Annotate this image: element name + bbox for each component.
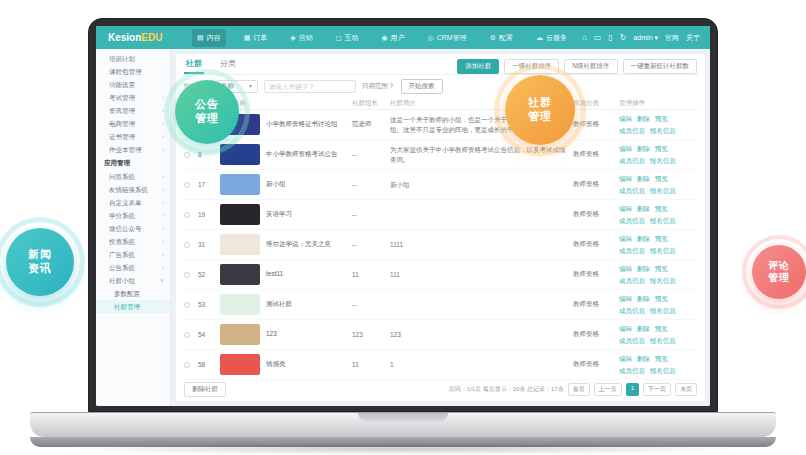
sidebar-group[interactable]: 投票系统 › xyxy=(96,235,170,248)
sidebar-group[interactable]: 考试管理 › xyxy=(96,91,170,104)
member-info-link[interactable]: 成员信息 xyxy=(619,307,645,314)
row-checkbox[interactable] xyxy=(184,242,198,248)
edit-link[interactable]: 编辑 xyxy=(619,325,632,332)
signup-info-link[interactable]: 报名信息 xyxy=(650,217,676,224)
delete-link[interactable]: 删除 xyxy=(637,235,650,242)
row-checkbox[interactable] xyxy=(184,182,198,188)
delete-link[interactable]: 删除 xyxy=(637,295,650,302)
signup-info-link[interactable]: 报名信息 xyxy=(650,127,676,134)
add-community-button[interactable]: 添加社群 xyxy=(457,59,499,74)
topnav-item[interactable]: ⚙ 配置 xyxy=(485,29,518,47)
topnav-item[interactable]: ◻ 互动 xyxy=(331,29,364,47)
sidebar-group[interactable]: 作业本管理 › xyxy=(96,143,170,156)
sidebar-group[interactable]: 公告系统 › xyxy=(96,261,170,274)
edit-link[interactable]: 编辑 xyxy=(619,175,632,182)
tab[interactable]: 分类 xyxy=(218,58,238,74)
edit-link[interactable]: 编辑 xyxy=(619,355,632,362)
topbar-icon[interactable]: ⌂ xyxy=(582,33,587,42)
row-checkbox[interactable] xyxy=(184,302,198,308)
topnav-item[interactable]: ☁ 云服务 xyxy=(531,29,572,47)
sort-levelN-button[interactable]: N级社群排序 xyxy=(564,59,617,74)
preview-link[interactable]: 预览 xyxy=(655,205,668,212)
topbar-link[interactable]: 关于 xyxy=(686,33,700,43)
topbar-icon[interactable]: ↻ xyxy=(620,33,627,42)
preview-link[interactable]: 预览 xyxy=(655,265,668,272)
sidebar-group-community[interactable]: 社群小组 ∨ xyxy=(96,274,170,287)
topbar-link[interactable]: 官网 xyxy=(665,33,679,43)
sidebar-group[interactable]: 广告系统 › xyxy=(96,248,170,261)
topnav-item[interactable]: ◎ CRM管理 xyxy=(423,29,472,47)
preview-link[interactable]: 预览 xyxy=(655,115,668,122)
sidebar-item[interactable]: 课程包管理 xyxy=(96,65,170,78)
member-info-link[interactable]: 成员信息 xyxy=(619,247,645,254)
member-info-link[interactable]: 成员信息 xyxy=(619,337,645,344)
signup-info-link[interactable]: 报名信息 xyxy=(650,367,676,374)
member-info-link[interactable]: 成员信息 xyxy=(619,187,645,194)
signup-info-link[interactable]: 报名信息 xyxy=(650,247,676,254)
topbar-icon[interactable]: ▭ xyxy=(594,33,602,42)
sidebar-group[interactable]: 学分系统 › xyxy=(96,209,170,222)
sidebar-group[interactable]: 友情链接系统 › xyxy=(96,183,170,196)
preview-link[interactable]: 预览 xyxy=(655,325,668,332)
row-checkbox[interactable] xyxy=(184,362,198,368)
sidebar-group[interactable]: 电商管理 › xyxy=(96,117,170,130)
sidebar-child-item[interactable]: 社群管理 xyxy=(96,300,170,313)
page-button[interactable]: 下一页 xyxy=(643,383,671,396)
delete-link[interactable]: 删除 xyxy=(637,325,650,332)
signup-info-link[interactable]: 报名信息 xyxy=(650,187,676,194)
page-button[interactable]: 末页 xyxy=(675,383,697,396)
member-info-link[interactable]: 成员信息 xyxy=(619,157,645,164)
delete-link[interactable]: 删除 xyxy=(637,175,650,182)
member-info-link[interactable]: 成员信息 xyxy=(619,217,645,224)
preview-link[interactable]: 预览 xyxy=(655,145,668,152)
page-button[interactable]: 1 xyxy=(626,383,639,396)
topnav-item[interactable]: ◉ 用户 xyxy=(376,29,409,47)
row-checkbox[interactable] xyxy=(184,152,198,158)
delete-link[interactable]: 删除 xyxy=(637,145,650,152)
page-button[interactable]: 上一页 xyxy=(594,383,622,396)
signup-info-link[interactable]: 报名信息 xyxy=(650,277,676,284)
edit-link[interactable]: 编辑 xyxy=(619,145,632,152)
edit-link[interactable]: 编辑 xyxy=(619,235,632,242)
recount-button[interactable]: 一键重新统计社群数 xyxy=(623,59,698,74)
sidebar-group[interactable]: 资讯管理 › xyxy=(96,104,170,117)
page-button[interactable]: 首页 xyxy=(568,383,590,396)
tab[interactable]: 社群 xyxy=(184,58,204,74)
preview-link[interactable]: 预览 xyxy=(655,295,668,302)
preview-link[interactable]: 预览 xyxy=(655,175,668,182)
delete-link[interactable]: 删除 xyxy=(637,115,650,122)
edit-link[interactable]: 编辑 xyxy=(619,295,632,302)
edit-link[interactable]: 编辑 xyxy=(619,205,632,212)
sidebar-group[interactable]: 自定义表单 › xyxy=(96,196,170,209)
keyword-input[interactable] xyxy=(264,80,356,93)
row-checkbox[interactable] xyxy=(184,212,198,218)
user-menu[interactable]: admin ▾ xyxy=(633,34,658,42)
topnav-item[interactable]: ▤ 内容 xyxy=(192,29,226,47)
delete-link[interactable]: 删除 xyxy=(637,355,650,362)
topnav-item[interactable]: ▦ 订单 xyxy=(239,29,273,47)
delete-community-button[interactable]: 删除社群 xyxy=(184,382,226,397)
edit-link[interactable]: 编辑 xyxy=(619,265,632,272)
delete-link[interactable]: 删除 xyxy=(637,205,650,212)
signup-info-link[interactable]: 报名信息 xyxy=(650,307,676,314)
delete-link[interactable]: 删除 xyxy=(637,265,650,272)
sidebar-group[interactable]: 问答系统 › xyxy=(96,170,170,183)
member-info-link[interactable]: 成员信息 xyxy=(619,277,645,284)
sidebar-group[interactable]: 证书管理 › xyxy=(96,130,170,143)
sidebar-child-item[interactable]: 参数配置 xyxy=(96,287,170,300)
search-button[interactable]: 开始搜索 xyxy=(401,79,443,94)
preview-link[interactable]: 预览 xyxy=(655,355,668,362)
signup-info-link[interactable]: 报名信息 xyxy=(650,157,676,164)
sort-level1-button[interactable]: 一级社群排序 xyxy=(504,59,559,74)
sidebar-item[interactable]: 功能设置 xyxy=(96,78,170,91)
topbar-icon[interactable]: ▯ xyxy=(608,33,612,42)
row-checkbox[interactable] xyxy=(184,272,198,278)
date-range-link[interactable]: 日期范围？ xyxy=(362,82,395,91)
member-info-link[interactable]: 成员信息 xyxy=(619,367,645,374)
preview-link[interactable]: 预览 xyxy=(655,235,668,242)
row-checkbox[interactable] xyxy=(184,332,198,338)
topnav-item[interactable]: ◈ 营销 xyxy=(285,29,317,47)
member-info-link[interactable]: 成员信息 xyxy=(619,127,645,134)
sidebar-item[interactable]: 培训计划 xyxy=(96,52,170,65)
edit-link[interactable]: 编辑 xyxy=(619,115,632,122)
